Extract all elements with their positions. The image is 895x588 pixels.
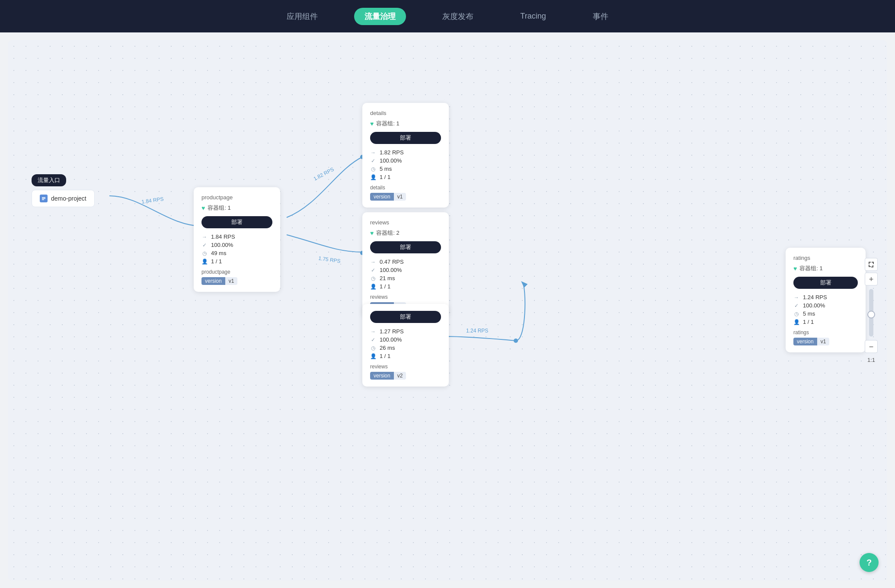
deploy-badge-productpage: 部署 bbox=[201, 216, 272, 228]
instance-icon-rv1: 👤 bbox=[370, 284, 376, 290]
latency-icon-d: ◷ bbox=[370, 166, 376, 172]
details-card[interactable]: details ♥ 容器组: 1 部署 → 1.82 RPS ✓ 100.00%… bbox=[362, 103, 449, 208]
productpage-card[interactable]: productpage ♥ 容器组: 1 部署 → 1.84 RPS ✓ 100… bbox=[194, 187, 280, 292]
nav-item-tracing[interactable]: Tracing bbox=[510, 8, 556, 24]
deploy-badge-rv2: 部署 bbox=[370, 311, 441, 323]
nav-item-apps[interactable]: 应用组件 bbox=[276, 8, 328, 25]
rps-icon-pp: → bbox=[201, 234, 208, 240]
rps-icon-rv2: → bbox=[370, 329, 376, 335]
latency-value-r: 5 ms bbox=[803, 310, 815, 317]
flow-canvas: 1.84 RPS 1.82 RPS 1.75 RPS 1.24 RPS 流量入口 bbox=[8, 40, 887, 581]
conn-label-4: 1.24 RPS bbox=[466, 328, 488, 334]
svc-name-label-pp: productpage bbox=[201, 269, 272, 275]
entry-badge: 流量入口 bbox=[32, 174, 66, 186]
deploy-badge-rv1: 部署 bbox=[370, 241, 441, 253]
latency-value-pp: 49 ms bbox=[211, 250, 226, 256]
rps-value-d: 1.82 RPS bbox=[380, 149, 404, 156]
top-navigation: 应用组件 流量治理 灰度发布 Tracing 事件 bbox=[0, 0, 895, 32]
reviews-v1-card[interactable]: reviews ♥ 容器组: 2 部署 → 0.47 RPS ✓ 100.00%… bbox=[362, 212, 449, 317]
success-value-pp: 100.00% bbox=[211, 242, 233, 248]
rps-icon-r: → bbox=[793, 294, 799, 300]
zoom-slider-thumb[interactable] bbox=[867, 310, 875, 318]
svg-rect-5 bbox=[42, 198, 45, 199]
success-icon-pp: ✓ bbox=[201, 242, 208, 248]
reviews-v1-title: reviews bbox=[370, 219, 441, 226]
latency-icon-pp: ◷ bbox=[201, 250, 208, 256]
zoom-out-button[interactable]: − bbox=[865, 340, 878, 353]
nav-item-events[interactable]: 事件 bbox=[582, 8, 619, 25]
ratings-title: ratings bbox=[793, 255, 858, 261]
conn-label-2: 1.82 RPS bbox=[313, 166, 335, 182]
svg-point-2 bbox=[514, 339, 518, 343]
instance-icon-r: 👤 bbox=[793, 319, 799, 325]
zoom-controls: + − 1:1 bbox=[865, 258, 878, 363]
nav-item-grayscale[interactable]: 灰度发布 bbox=[432, 8, 484, 25]
ratings-card[interactable]: ratings ♥ 容器组: 1 部署 → 1.24 RPS ✓ 100.00%… bbox=[786, 248, 866, 352]
svc-name-label-rv1: reviews bbox=[370, 294, 441, 300]
container-label-ratings: 容器组: 1 bbox=[799, 265, 822, 272]
container-label-productpage: 容器组: 1 bbox=[208, 204, 230, 212]
conn-label-3: 1.75 RPS bbox=[318, 255, 341, 264]
zoom-slider-track bbox=[869, 289, 873, 337]
latency-icon-rv1: ◷ bbox=[370, 275, 376, 281]
success-value-rv1: 100.00% bbox=[380, 267, 402, 273]
svc-name-label-d: details bbox=[370, 185, 441, 191]
svc-name-label-rv2: reviews bbox=[370, 364, 441, 370]
latency-icon-rv2: ◷ bbox=[370, 345, 376, 351]
latency-value-rv1: 21 ms bbox=[380, 275, 395, 281]
rps-value-rv1: 0.47 RPS bbox=[380, 259, 404, 265]
details-title: details bbox=[370, 110, 441, 116]
success-icon-rv2: ✓ bbox=[370, 337, 376, 343]
productpage-title: productpage bbox=[201, 194, 272, 201]
reviews-v2-card[interactable]: 部署 → 1.27 RPS ✓ 100.00% ◷ 26 ms 👤 1 / 1 … bbox=[362, 304, 449, 387]
instance-value-rv1: 1 / 1 bbox=[380, 283, 390, 290]
success-icon-rv1: ✓ bbox=[370, 267, 376, 273]
latency-value-rv2: 26 ms bbox=[380, 345, 395, 351]
expand-button[interactable] bbox=[865, 258, 878, 271]
success-icon-r: ✓ bbox=[793, 303, 799, 309]
container-label-rv1: 容器组: 2 bbox=[376, 229, 399, 237]
zoom-ratio-label: 1:1 bbox=[867, 357, 875, 363]
instance-value-d: 1 / 1 bbox=[380, 174, 390, 180]
help-button[interactable]: ? bbox=[860, 553, 879, 572]
health-icon-rv1: ♥ bbox=[370, 230, 374, 236]
health-icon-details: ♥ bbox=[370, 120, 374, 127]
latency-icon-r: ◷ bbox=[793, 311, 799, 317]
project-icon bbox=[40, 195, 48, 202]
instance-icon-rv2: 👤 bbox=[370, 353, 376, 359]
rps-value-pp: 1.84 RPS bbox=[211, 233, 235, 240]
instance-icon-pp: 👤 bbox=[201, 259, 208, 265]
rps-icon-d: → bbox=[370, 150, 376, 156]
success-value-r: 100.00% bbox=[803, 302, 825, 309]
project-name: demo-project bbox=[51, 195, 86, 202]
entry-content: demo-project bbox=[32, 190, 95, 207]
deploy-badge-details: 部署 bbox=[370, 132, 441, 144]
rps-value-r: 1.24 RPS bbox=[803, 294, 827, 300]
deploy-badge-ratings: 部署 bbox=[793, 277, 858, 289]
instance-value-rv2: 1 / 1 bbox=[380, 353, 390, 359]
health-icon-ratings: ♥ bbox=[793, 265, 797, 272]
instance-icon-d: 👤 bbox=[370, 174, 376, 180]
svg-rect-4 bbox=[42, 197, 45, 198]
success-icon-d: ✓ bbox=[370, 158, 376, 164]
nav-item-traffic[interactable]: 流量治理 bbox=[354, 8, 406, 25]
rps-icon-rv1: → bbox=[370, 259, 376, 265]
version-tag-r: version v1 bbox=[793, 338, 829, 345]
instance-value-pp: 1 / 1 bbox=[211, 258, 222, 265]
version-tag-rv2: version v2 bbox=[370, 372, 406, 380]
entry-node: 流量入口 demo-project bbox=[32, 174, 95, 207]
health-icon-productpage: ♥ bbox=[201, 205, 205, 211]
instance-value-r: 1 / 1 bbox=[803, 319, 814, 325]
latency-value-d: 5 ms bbox=[380, 166, 392, 172]
container-label-details: 容器组: 1 bbox=[376, 120, 399, 128]
rps-value-rv2: 1.27 RPS bbox=[380, 328, 404, 335]
svc-name-label-r: ratings bbox=[793, 329, 858, 336]
svg-rect-6 bbox=[42, 199, 44, 200]
version-tag-d: version v1 bbox=[370, 193, 406, 201]
success-value-rv2: 100.00% bbox=[380, 336, 402, 343]
version-tag-pp: version v1 bbox=[201, 277, 237, 285]
success-value-d: 100.00% bbox=[380, 157, 402, 164]
zoom-in-button[interactable]: + bbox=[865, 273, 878, 286]
conn-label-1: 1.84 RPS bbox=[141, 196, 164, 205]
